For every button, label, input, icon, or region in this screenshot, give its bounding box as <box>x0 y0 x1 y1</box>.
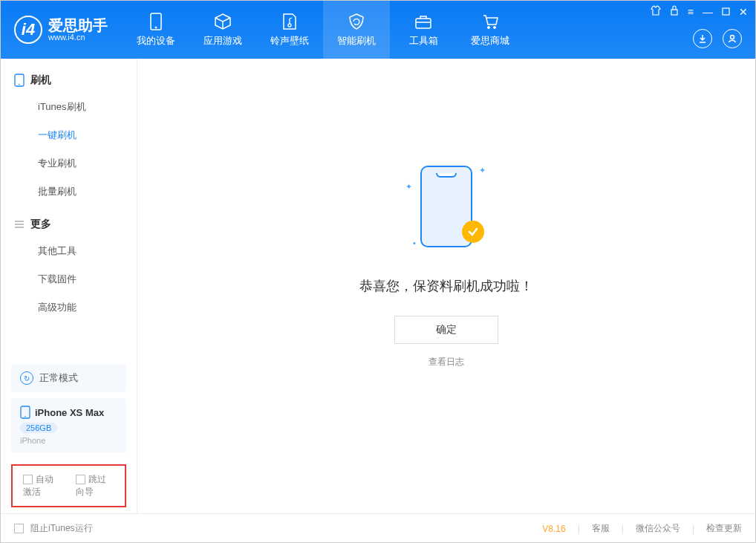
close-button[interactable]: ✕ <box>739 6 748 18</box>
logo-icon: i4 <box>14 16 42 44</box>
app-url: www.i4.cn <box>48 33 108 42</box>
svg-point-4 <box>494 27 496 29</box>
checkbox-skip-guide[interactable]: 跳过向导 <box>76 473 115 498</box>
header-right-icons <box>693 29 742 48</box>
tab-label: 铃声壁纸 <box>270 34 309 48</box>
tab-label: 爱思商城 <box>471 34 509 48</box>
music-file-icon <box>280 12 299 31</box>
sparkle-icon: ✦ <box>479 166 486 175</box>
tab-my-device[interactable]: 我的设备 <box>123 1 189 59</box>
svg-rect-2 <box>416 19 431 28</box>
sidebar-item-pro-flash[interactable]: 专业刷机 <box>1 149 137 178</box>
header: i4 爱思助手 www.i4.cn 我的设备 应用游戏 铃声壁纸 智能刷机 工具… <box>1 1 755 59</box>
menu-icon[interactable]: ≡ <box>688 6 694 18</box>
checkbox-row-highlighted: 自动激活 跳过向导 <box>11 464 126 507</box>
device-icon <box>14 74 25 87</box>
tab-label: 工具箱 <box>409 34 438 48</box>
svg-point-3 <box>488 27 490 29</box>
tab-label: 应用游戏 <box>203 34 242 48</box>
phone-icon <box>146 12 166 31</box>
main-content: ✦ ✦ • 恭喜您，保资料刷机成功啦！ 确定 查看日志 <box>137 59 755 513</box>
sidebar-item-batch-flash[interactable]: 批量刷机 <box>1 178 137 206</box>
sidebar: 刷机 iTunes刷机 一键刷机 专业刷机 批量刷机 更多 其他工具 下载固件 … <box>1 59 137 513</box>
version-label: V8.16 <box>542 524 565 534</box>
sparkle-icon: • <box>413 238 416 247</box>
footer: 阻止iTunes运行 V8.16 | 客服 | 微信公众号 | 检查更新 <box>1 513 755 543</box>
sidebar-item-oneclick-flash[interactable]: 一键刷机 <box>1 121 137 149</box>
tab-flash[interactable]: 智能刷机 <box>323 1 390 59</box>
check-badge-icon <box>462 221 484 243</box>
tab-toolbox[interactable]: 工具箱 <box>390 1 457 59</box>
lock-icon[interactable] <box>670 5 679 18</box>
minimize-button[interactable]: — <box>703 6 713 18</box>
app-name: 爱思助手 <box>48 18 108 33</box>
success-message: 恭喜您，保资料刷机成功啦！ <box>359 277 533 295</box>
tab-label: 我的设备 <box>137 34 175 48</box>
refresh-shield-icon <box>347 12 366 31</box>
cart-icon <box>480 12 500 31</box>
toolbox-icon <box>414 12 433 31</box>
svg-point-7 <box>731 36 734 39</box>
block-itunes-label: 阻止iTunes运行 <box>30 522 93 535</box>
svg-point-9 <box>19 84 20 85</box>
window-controls: ≡ — ✕ <box>651 5 748 18</box>
tab-label: 智能刷机 <box>337 34 376 48</box>
list-icon <box>14 220 25 229</box>
sidebar-item-advanced[interactable]: 高级功能 <box>1 293 137 322</box>
cube-icon <box>213 12 232 31</box>
view-log-link[interactable]: 查看日志 <box>428 356 464 368</box>
ok-button[interactable]: 确定 <box>394 316 498 344</box>
download-icon[interactable] <box>693 29 712 48</box>
app-logo: i4 爱思助手 www.i4.cn <box>14 16 108 44</box>
sparkle-icon: ✦ <box>405 182 412 192</box>
svg-rect-5 <box>671 10 677 15</box>
svg-rect-6 <box>723 8 729 15</box>
tab-store[interactable]: 爱思商城 <box>457 1 524 59</box>
mode-icon: ↻ <box>20 371 33 385</box>
device-name: iPhone XS Max <box>35 407 104 418</box>
svg-point-11 <box>25 416 26 417</box>
device-card[interactable]: iPhone XS Max 256GB iPhone <box>11 398 126 452</box>
customer-service-link[interactable]: 客服 <box>592 522 610 535</box>
sidebar-item-download-firmware[interactable]: 下载固件 <box>1 265 137 293</box>
sidebar-item-other-tools[interactable]: 其他工具 <box>1 237 137 265</box>
sidebar-section-flash: 刷机 <box>1 68 137 93</box>
maximize-button[interactable] <box>722 6 730 18</box>
check-update-link[interactable]: 检查更新 <box>706 522 742 535</box>
success-illustration: ✦ ✦ • <box>413 160 480 256</box>
shirt-icon[interactable] <box>651 5 661 18</box>
tab-ringtones[interactable]: 铃声壁纸 <box>256 1 323 59</box>
svg-point-1 <box>155 27 157 28</box>
tab-apps[interactable]: 应用游戏 <box>189 1 256 59</box>
user-icon[interactable] <box>723 29 742 48</box>
wechat-link[interactable]: 微信公众号 <box>636 522 680 535</box>
device-icon <box>20 406 30 419</box>
checkbox-auto-activate[interactable]: 自动激活 <box>23 473 62 498</box>
device-capacity: 256GB <box>20 423 57 433</box>
checkbox-block-itunes[interactable] <box>14 524 24 533</box>
sidebar-item-itunes-flash[interactable]: iTunes刷机 <box>1 93 137 121</box>
device-type: iPhone <box>20 436 117 445</box>
mode-status: ↻ 正常模式 <box>11 364 126 392</box>
main-tabs: 我的设备 应用游戏 铃声壁纸 智能刷机 工具箱 爱思商城 <box>123 1 524 59</box>
sidebar-section-more: 更多 <box>1 212 137 237</box>
